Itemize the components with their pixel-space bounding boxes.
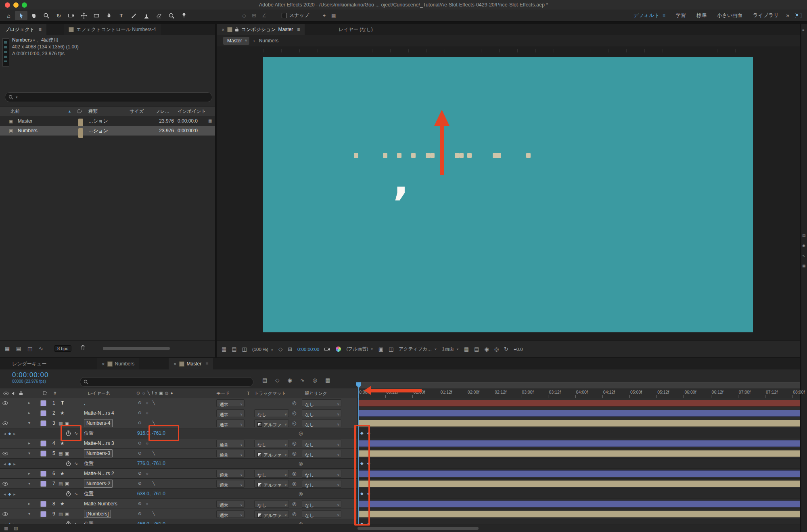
property-track[interactable]: ◆ ◆ (358, 489, 800, 499)
zoom-select[interactable]: (100 %)∨ (252, 347, 273, 352)
layer-duration-bar[interactable] (358, 450, 800, 457)
property-controls[interactable]: ◀◆▶ ∿ 位置 776.0, -761.0 ◎ (0, 459, 358, 468)
tab-effect-controls[interactable]: エフェクトコントロール Numbers-4 (64, 24, 161, 35)
layer-row-1[interactable]: ▸ 1 T , ⊙☼╲ 通常∨ ◎ なし∨ (0, 398, 800, 408)
type-tool[interactable]: T (115, 11, 128, 20)
property-track[interactable]: ◆ ◆ (358, 459, 800, 468)
audio-panel-icon[interactable]: ◉ (802, 244, 805, 248)
eye-icon[interactable] (2, 421, 8, 425)
collapse-arrow-icon[interactable]: ▾ (28, 479, 30, 488)
trackmatte-dropdown[interactable]: アルファ∨ (254, 480, 289, 488)
shy-switch-icon[interactable]: ⊙ (138, 408, 141, 418)
strip-menu-icon[interactable]: ≡ (802, 28, 804, 32)
rasterize-switch-icon[interactable]: ☼ (145, 469, 149, 478)
parent-pickwhip-icon[interactable]: ◎ (292, 398, 296, 408)
sort-arrow-icon[interactable]: ▲ (68, 107, 71, 116)
camera-tool[interactable] (65, 11, 77, 20)
keyframe-navigator[interactable]: ◀◆▶ (2, 489, 17, 499)
workspace-tab-小さい画面[interactable]: 小さい画面 (717, 12, 742, 19)
label-swatch[interactable] (40, 501, 46, 507)
project-flowchart-icon[interactable]: ∿ (39, 346, 43, 352)
blend-mode-dropdown[interactable]: 通常∨ (216, 510, 245, 518)
layer-track[interactable] (358, 449, 800, 458)
label-swatch[interactable] (40, 481, 46, 487)
layer-row-4[interactable]: ▸ 4 ★ Matte-N…rs 3 ⊙☼ 通常∨ なし∨ ◎ なし∨ (0, 438, 800, 449)
layer-row-7[interactable]: ▾ 7 ▤▣ Numbers-2 ⊙╲ 通常∨ アルファ∨ ◎ なし∨ (0, 479, 800, 489)
rasterize-switch-icon[interactable]: ☼ (145, 398, 149, 408)
blend-mode-dropdown[interactable]: 通常∨ (216, 470, 245, 478)
blend-mode-dropdown[interactable]: 通常∨ (216, 440, 245, 447)
ruler-toggle-icon[interactable]: ◇ (278, 346, 282, 352)
shy-switch-icon[interactable]: ⊙ (138, 479, 141, 488)
close-icon[interactable]: × (174, 361, 177, 367)
comp-viewport[interactable]: , (217, 46, 800, 341)
layer-controls[interactable]: ▸ 1 T , ⊙☼╲ 通常∨ ◎ なし∨ (0, 398, 358, 408)
workspace-tab-学習[interactable]: 学習 (676, 12, 686, 19)
label-swatch[interactable] (40, 511, 46, 517)
collapse-arrow-icon[interactable]: ▾ (28, 509, 30, 519)
workspace-overflow-icon[interactable]: » (786, 12, 789, 19)
camera-snapshot-icon[interactable] (324, 347, 330, 351)
quality-switch-icon[interactable]: ╲ (153, 449, 155, 458)
layer-name[interactable]: , (84, 398, 85, 408)
local-axis-icon[interactable]: ◇ (242, 13, 246, 19)
layer-row-5[interactable]: ▾ 5 ▤▣ Numbers-3 ⊙╲ 通常∨ アルファ∨ ◎ なし∨ (0, 449, 800, 459)
layer-name[interactable]: Numbers-3 (84, 449, 113, 457)
layer-track[interactable] (358, 438, 800, 448)
timeline-search-input[interactable] (80, 377, 253, 387)
tab-timeline-master[interactable]: × Master ≡ (169, 358, 213, 369)
draft-3d-icon[interactable]: ◇ (275, 377, 279, 383)
preview-panel-icon[interactable]: ∿ (802, 254, 805, 258)
expand-arrow-icon[interactable]: ▸ (28, 398, 30, 408)
quality-switch-icon[interactable]: ╲ (153, 398, 155, 408)
add-keyframe-icon[interactable]: ◆ (8, 462, 11, 466)
toggle-switches-icon[interactable]: ▦ (4, 526, 8, 531)
graph-editor-icon[interactable]: ▦ (325, 377, 330, 383)
property-row-position[interactable]: ◀◆▶ ∿ 位置 776.0, -761.0 ◎ ◆ ◆ (0, 459, 800, 469)
parent-pickwhip-icon[interactable]: ◎ (292, 438, 296, 448)
timeline-horizontal-scrollbar[interactable] (358, 527, 479, 530)
property-label[interactable]: 位置 (84, 489, 94, 499)
chevron-down-icon[interactable]: ▾ (33, 38, 35, 42)
roto-brush-tool[interactable] (165, 11, 178, 20)
label-column-icon[interactable] (77, 109, 82, 113)
parent-dropdown[interactable]: なし∨ (302, 510, 341, 518)
parent-pickwhip-icon[interactable]: ◎ (292, 499, 296, 509)
flowchart-button-icon[interactable]: ◎ (494, 346, 499, 352)
horizontal-scrollbar[interactable] (103, 347, 170, 350)
shy-switch-icon[interactable]: ⊙ (138, 509, 141, 519)
expand-arrow-icon[interactable]: ▸ (28, 469, 30, 478)
layer-controls[interactable]: ▾ 9 ▤▣ [Numbers] ⊙╲ 通常∨ アルファ∨ ◎ なし∨ (0, 509, 358, 519)
trackmatte-dropdown[interactable]: なし∨ (254, 500, 289, 508)
parent-dropdown[interactable]: なし∨ (302, 419, 341, 427)
layer-name[interactable]: Matte-N…rs 2 (84, 469, 114, 478)
view-axis-icon[interactable]: ∠ (262, 13, 267, 19)
shy-switch-icon[interactable]: ⊙ (138, 469, 141, 478)
eye-icon[interactable] (2, 482, 8, 486)
layer-name[interactable]: Numbers-2 (84, 480, 113, 488)
tab-timeline-numbers[interactable]: × Numbers (97, 358, 139, 369)
selection-tool[interactable] (15, 11, 27, 20)
next-keyframe-icon[interactable]: ▶ (13, 493, 15, 496)
panel-menu-icon[interactable]: ≡ (297, 27, 300, 32)
label-color-chip[interactable] (78, 128, 83, 138)
timeline-ruler[interactable]: 0:00f 00:12f 01:00f 01:12f 02:00f 02:12f… (358, 388, 800, 398)
close-icon[interactable]: × (222, 27, 225, 33)
blend-mode-dropdown[interactable]: 通常∨ (216, 500, 245, 508)
layer-track[interactable] (358, 398, 800, 408)
label-swatch[interactable] (40, 451, 46, 457)
transparency-grid-icon[interactable]: ◫ (389, 346, 393, 352)
blend-mode-dropdown[interactable]: 通常∨ (216, 409, 245, 417)
new-comp-icon[interactable]: ◫ (27, 346, 32, 352)
position-x-value[interactable]: 638.0, (137, 489, 151, 499)
workspace-tab-標準[interactable]: 標準 (696, 12, 707, 19)
breadcrumb-numbers[interactable]: Numbers (259, 38, 279, 44)
col-type[interactable]: 種類 (88, 107, 98, 116)
index-column-label[interactable]: # (54, 388, 56, 398)
layer-name-column-label[interactable]: レイヤー名 (88, 388, 110, 398)
expand-arrow-icon[interactable]: ▸ (28, 499, 30, 509)
toggle-modes-icon[interactable]: ▤ (14, 526, 18, 531)
expand-arrow-icon[interactable]: ▸ (28, 438, 30, 448)
eye-column-icon[interactable] (3, 392, 9, 395)
layer-name[interactable]: Matte-N…rs 4 (84, 408, 114, 418)
